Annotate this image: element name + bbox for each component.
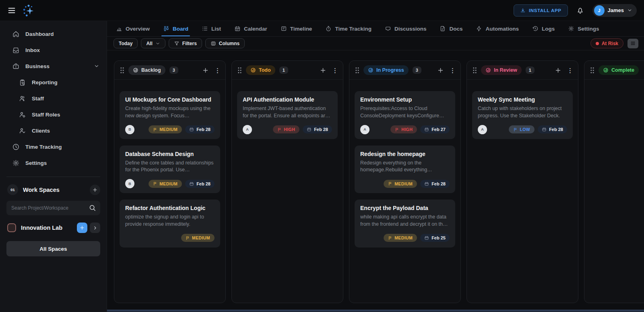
column-menu-icon[interactable]: ⋮ — [450, 67, 456, 73]
task-card[interactable]: Database Schema Design Define the core t… — [120, 146, 220, 193]
all-spaces-button[interactable]: All Spaces — [6, 241, 100, 256]
sidebar-item-dashboard[interactable]: Dashboard — [0, 26, 107, 42]
tab-label: Logs — [542, 26, 555, 32]
tab-timeline[interactable]: Timeline — [281, 21, 312, 36]
workspace-expand-button[interactable] — [90, 223, 100, 233]
status-pill-in-review[interactable]: In Review — [481, 65, 522, 75]
due-date-badge: Feb 28 — [185, 180, 215, 188]
tab-calendar[interactable]: Calendar — [234, 21, 267, 36]
column-count-badge: 3 — [413, 67, 421, 74]
column-menu-icon[interactable]: ⋮ — [332, 67, 338, 73]
chevron-down-icon — [155, 41, 160, 46]
install-app-button[interactable]: INSTALL APP — [514, 4, 568, 17]
status-pill-complete[interactable]: Complete — [599, 65, 639, 75]
workspace-search-input[interactable] — [6, 201, 100, 215]
column-todo: Todo 1 ⋮ API Authentication Module Imple… — [231, 60, 343, 303]
notifications-bell-icon[interactable] — [576, 6, 584, 15]
briefcase-icon — [12, 62, 20, 70]
tab-discussions[interactable]: Discussions — [385, 21, 427, 36]
calendar-icon — [307, 127, 312, 132]
task-card[interactable]: Refactor Authentication Logic optimize t… — [120, 200, 220, 248]
drag-handle-icon[interactable] — [473, 67, 477, 74]
add-workspace-button[interactable] — [90, 185, 100, 195]
column-menu-icon[interactable]: ⋮ — [215, 67, 221, 73]
tab-label: Docs — [449, 26, 462, 32]
column-count-badge: 1 — [279, 67, 288, 74]
card-title: Refactor Authentication Logic — [125, 205, 215, 211]
card-title: Weekly Sync Meeting — [478, 96, 567, 103]
drag-handle-icon[interactable] — [355, 67, 359, 74]
column-count-badge: 1 — [526, 67, 535, 74]
all-filter-dropdown[interactable]: All — [141, 38, 165, 48]
add-card-icon[interactable] — [320, 67, 326, 74]
task-card[interactable]: Redesign the homepage Redesign everythin… — [355, 146, 455, 193]
chevron-right-icon — [93, 225, 98, 231]
sidebar-item-staff[interactable]: Staff — [0, 90, 107, 106]
workspace-item-innovation-lab[interactable]: Innovation Lab — [0, 219, 107, 236]
tab-automations[interactable]: Automations — [476, 21, 519, 36]
column-complete: Complete — [584, 60, 644, 303]
add-card-icon[interactable] — [437, 67, 444, 74]
sidebar-item-label: Reporting — [32, 79, 58, 85]
at-risk-badge[interactable]: At Risk — [590, 38, 623, 48]
columns-label: Columns — [219, 41, 239, 46]
task-card[interactable]: Weekly Sync Meeting Catch up with stakeh… — [472, 91, 573, 139]
sidebar-item-reporting[interactable]: Reporting — [0, 74, 107, 90]
assignee-avatar: A — [360, 125, 369, 134]
history-icon — [532, 25, 539, 32]
due-date-badge: Feb 25 — [420, 234, 450, 242]
tab-settings[interactable]: Settings — [568, 21, 599, 36]
horizontal-scrollbar[interactable] — [107, 310, 644, 312]
sidebar-item-staff-roles[interactable]: Staff Roles — [0, 106, 107, 123]
task-card[interactable]: Encrypt the Payload Data while making ap… — [355, 200, 455, 248]
tab-docs[interactable]: Docs — [440, 21, 462, 36]
card-title: Redesign the homepage — [360, 151, 450, 157]
sidebar-item-business[interactable]: Business — [0, 58, 107, 74]
card-description: Prerequisites:Access to Cloud ConsoleDep… — [360, 105, 450, 120]
user-menu[interactable]: J James — [592, 4, 637, 17]
column-menu-icon[interactable]: ⋮ — [567, 67, 573, 73]
sidebar-item-label: Clients — [32, 128, 50, 134]
workspaces-header: 01 Work Spaces — [0, 177, 107, 199]
sidebar-item-label: Time Tracking — [25, 144, 62, 150]
task-card[interactable]: Environment Setup Prerequisites:Access t… — [355, 91, 455, 139]
drag-handle-icon[interactable] — [120, 67, 124, 74]
add-card-icon[interactable] — [555, 67, 561, 74]
sidebar-item-clients[interactable]: Clients — [0, 123, 107, 139]
card-description: Redesign everything on the homepage.Rebu… — [360, 160, 450, 174]
tab-time-tracking[interactable]: Time Tracking — [325, 21, 372, 36]
today-filter-button[interactable]: Today — [114, 38, 138, 48]
priority-badge: MEDIUM — [384, 234, 417, 242]
due-date-badge: Feb 28 — [420, 180, 450, 188]
inbox-icon — [12, 46, 20, 54]
status-pill-todo[interactable]: Todo — [246, 65, 275, 75]
task-card[interactable]: UI Mockups for Core Dashboard Create hig… — [120, 91, 220, 139]
status-pill-in-progress[interactable]: In Progress — [363, 65, 409, 75]
chevron-down-icon — [627, 8, 632, 13]
plus-icon — [79, 225, 85, 231]
drag-handle-icon[interactable] — [237, 67, 242, 74]
drag-handle-icon[interactable] — [590, 67, 594, 74]
calendar-icon — [424, 181, 429, 186]
search-icon[interactable] — [89, 204, 96, 212]
at-risk-label: At Risk — [602, 41, 618, 46]
board-view-menu-button[interactable] — [627, 39, 638, 48]
tab-board[interactable]: Board — [163, 21, 188, 36]
tab-logs[interactable]: Logs — [532, 21, 555, 36]
tab-label: Settings — [578, 26, 599, 32]
sidebar-item-time-tracking[interactable]: Time Tracking — [0, 139, 107, 155]
task-card[interactable]: API Authentication Module Implement JWT-… — [237, 91, 338, 139]
tab-overview[interactable]: Overview — [116, 21, 150, 36]
filters-button[interactable]: Filters — [169, 38, 202, 48]
tab-list[interactable]: List — [202, 21, 221, 36]
sidebar-item-settings[interactable]: Settings — [0, 155, 107, 171]
workspace-add-project-button[interactable] — [77, 223, 87, 233]
lines-icon — [630, 40, 636, 46]
status-pill-backlog[interactable]: Backlog — [128, 65, 165, 75]
priority-badge: HIGH — [390, 125, 417, 133]
columns-button[interactable]: Columns — [205, 38, 245, 48]
kanban-icon — [163, 25, 169, 32]
menu-icon[interactable] — [6, 4, 18, 17]
sidebar-item-inbox[interactable]: Inbox — [0, 42, 107, 58]
add-card-icon[interactable] — [202, 67, 209, 74]
